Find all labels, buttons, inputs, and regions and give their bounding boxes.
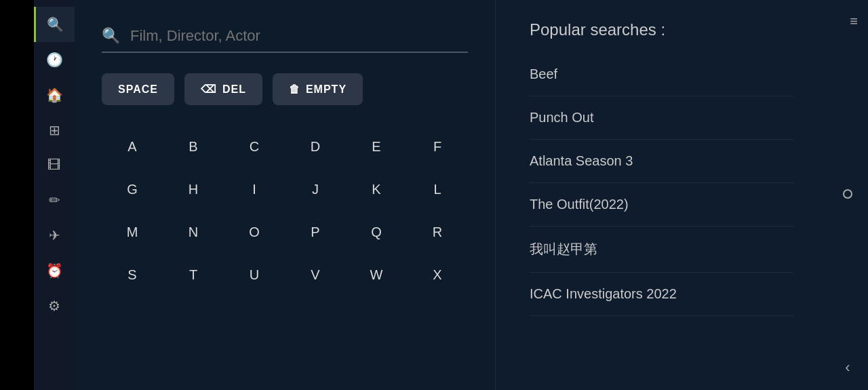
key-l[interactable]: L bbox=[407, 168, 468, 211]
list-item-zhao[interactable]: 我叫赵甲第 bbox=[530, 227, 793, 273]
key-v[interactable]: V bbox=[285, 254, 346, 296]
sidebar-item-home[interactable]: 🏠 bbox=[34, 77, 75, 113]
sidebar: 🔍 🕐 🏠 ⊞ 🎞 ✏ ✈ ⏰ ⚙ bbox=[34, 0, 75, 390]
search-input[interactable] bbox=[130, 27, 468, 45]
sidebar-item-films[interactable]: 🎞 bbox=[34, 148, 75, 182]
sidebar-item-alarm[interactable]: ⏰ bbox=[34, 253, 75, 288]
key-i[interactable]: I bbox=[224, 168, 285, 211]
action-buttons: SPACE ⌫ DEL 🗑 EMPTY bbox=[102, 73, 468, 105]
edit-icon: ✏ bbox=[49, 192, 60, 208]
search-icon: 🔍 bbox=[47, 16, 64, 33]
list-item-beef[interactable]: Beef bbox=[530, 53, 793, 96]
space-label: SPACE bbox=[118, 83, 158, 96]
send-icon: ✈ bbox=[49, 227, 60, 243]
sidebar-item-edit[interactable]: ✏ bbox=[34, 182, 75, 218]
key-h[interactable]: H bbox=[163, 168, 224, 211]
empty-label: EMPTY bbox=[306, 83, 347, 96]
key-m[interactable]: M bbox=[102, 211, 163, 254]
main-content: 🔍 SPACE ⌫ DEL 🗑 EMPTY A B C D E F G bbox=[75, 0, 868, 390]
key-x[interactable]: X bbox=[407, 254, 468, 296]
key-d[interactable]: D bbox=[285, 125, 346, 168]
key-c[interactable]: C bbox=[224, 125, 285, 168]
clock-icon: 🕐 bbox=[46, 52, 63, 68]
keyboard: A B C D E F G H I J K L M N O P Q R S T … bbox=[102, 125, 468, 296]
right-panel: ≡ ‹ bbox=[827, 0, 868, 390]
empty-button[interactable]: 🗑 EMPTY bbox=[273, 73, 363, 105]
left-strip bbox=[0, 0, 34, 390]
list-item-icac[interactable]: ICAC Investigators 2022 bbox=[530, 273, 793, 316]
key-q[interactable]: Q bbox=[346, 211, 407, 254]
sidebar-item-search[interactable]: 🔍 bbox=[34, 7, 75, 42]
popular-panel: Popular searches : Beef Punch Out Atlant… bbox=[495, 0, 827, 390]
key-n[interactable]: N bbox=[163, 211, 224, 254]
key-w[interactable]: W bbox=[346, 254, 407, 296]
key-o[interactable]: O bbox=[224, 211, 285, 254]
del-button[interactable]: ⌫ DEL bbox=[184, 73, 262, 105]
trash-icon: 🗑 bbox=[289, 83, 300, 96]
del-label: DEL bbox=[222, 83, 246, 96]
popular-list: Beef Punch Out Atlanta Season 3 The Outf… bbox=[530, 53, 793, 316]
list-item-atlanta[interactable]: Atlanta Season 3 bbox=[530, 140, 793, 183]
popular-title: Popular searches : bbox=[530, 20, 793, 39]
alarm-icon: ⏰ bbox=[46, 262, 63, 279]
key-t[interactable]: T bbox=[163, 254, 224, 296]
key-p[interactable]: P bbox=[285, 211, 346, 254]
circle-button[interactable] bbox=[843, 189, 852, 199]
search-panel: 🔍 SPACE ⌫ DEL 🗑 EMPTY A B C D E F G bbox=[75, 0, 495, 390]
hamburger-icon[interactable]: ≡ bbox=[850, 14, 858, 29]
key-a[interactable]: A bbox=[102, 125, 163, 168]
key-r[interactable]: R bbox=[407, 211, 468, 254]
key-b[interactable]: B bbox=[163, 125, 224, 168]
search-input-icon: 🔍 bbox=[102, 27, 120, 45]
key-u[interactable]: U bbox=[224, 254, 285, 296]
sidebar-item-send[interactable]: ✈ bbox=[34, 218, 75, 253]
key-s[interactable]: S bbox=[102, 254, 163, 296]
sidebar-item-settings[interactable]: ⚙ bbox=[34, 288, 75, 324]
key-e[interactable]: E bbox=[346, 125, 407, 168]
key-j[interactable]: J bbox=[285, 168, 346, 211]
search-input-wrapper: 🔍 bbox=[102, 27, 468, 53]
space-button[interactable]: SPACE bbox=[102, 73, 174, 105]
sidebar-item-recent[interactable]: 🕐 bbox=[34, 42, 75, 77]
settings-icon: ⚙ bbox=[48, 298, 60, 314]
grid-icon: ⊞ bbox=[49, 122, 60, 138]
sidebar-item-categories[interactable]: ⊞ bbox=[34, 113, 75, 148]
list-item-punch-out[interactable]: Punch Out bbox=[530, 96, 793, 140]
film-icon: 🎞 bbox=[47, 157, 61, 173]
key-g[interactable]: G bbox=[102, 168, 163, 211]
key-k[interactable]: K bbox=[346, 168, 407, 211]
key-f[interactable]: F bbox=[407, 125, 468, 168]
list-item-outfit[interactable]: The Outfit(2022) bbox=[530, 183, 793, 227]
del-icon: ⌫ bbox=[201, 83, 217, 96]
chevron-left-icon[interactable]: ‹ bbox=[845, 359, 850, 376]
home-icon: 🏠 bbox=[46, 87, 63, 103]
